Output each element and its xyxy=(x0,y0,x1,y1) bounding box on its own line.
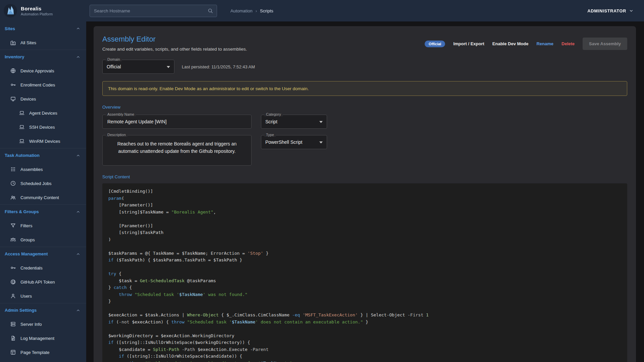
sidebar-item-community-content[interactable]: Community Content xyxy=(0,190,86,204)
readonly-warning-banner: This domain is read-only. Enable Dev Mod… xyxy=(102,81,627,96)
code-line: param( xyxy=(108,195,621,202)
sidebar-item-page-template[interactable]: Page Template xyxy=(0,345,86,359)
sidebar-section-inventory[interactable]: Inventory xyxy=(0,50,86,64)
code-line: [string]$TaskPath xyxy=(108,229,621,236)
type-select-value: PowerShell Script xyxy=(265,139,319,145)
domain-select[interactable]: Domain Official xyxy=(102,60,174,74)
code-line: if ([string]::IsNullOrWhiteSpace($candid… xyxy=(108,353,621,360)
enable-dev-mode-button[interactable]: Enable Dev Mode xyxy=(492,41,529,46)
sidebar-item-github-api-token[interactable]: GitHub API Token xyxy=(0,275,86,289)
script-editor[interactable]: [CmdletBinding()]param( [Parameter()] [s… xyxy=(102,183,627,362)
person-icon xyxy=(10,293,16,299)
brand-subtitle: Automation Platform xyxy=(21,12,53,16)
sidebar-item-devices[interactable]: Devices xyxy=(0,92,86,106)
description-text: Reaches out to the remote Borealis agent… xyxy=(111,140,243,155)
hostname-searchbox[interactable] xyxy=(90,5,217,17)
sidebar-item-label: Devices xyxy=(20,97,36,102)
description-field[interactable]: Description Reaches out to the remote Bo… xyxy=(102,135,252,166)
breadcrumb-item-automation[interactable]: Automation xyxy=(230,8,253,13)
clock-icon xyxy=(10,180,16,186)
sidebar-section-label: Access Management xyxy=(5,251,48,256)
user-menu[interactable]: ADMINISTRATOR xyxy=(587,8,634,13)
code-line: $execAction = $task.Actions | Where-Obje… xyxy=(108,312,621,319)
brand-name: Borealis xyxy=(21,6,53,11)
sidebar-item-groups[interactable]: Groups xyxy=(0,233,86,247)
code-line: if ([string]::IsNullOrWhiteSpace($workin… xyxy=(108,339,621,346)
chevron-up-icon xyxy=(75,26,81,31)
sidebar-section-access-management[interactable]: Access Management xyxy=(0,247,86,261)
sidebar-item-label: GitHub API Token xyxy=(20,280,55,285)
script-content-label: Script Content xyxy=(102,174,627,179)
code-line: ) xyxy=(108,236,621,243)
sidebar-section-label: Admin Settings xyxy=(5,308,37,313)
sidebar-section-sites[interactable]: Sites xyxy=(0,21,86,36)
main-content: Assembly Editor Create and edit variable… xyxy=(86,21,644,362)
type-select[interactable]: Type PowerShell Script xyxy=(261,135,327,149)
sidebar-item-ssh-devices[interactable]: SSH Devices xyxy=(0,120,86,134)
sidebar-item-assemblies[interactable]: Assemblies xyxy=(0,162,86,176)
code-line: throw "Scheduled task '$TaskName' was no… xyxy=(108,291,621,298)
page-subtitle: Create and edit variables, scripts, and … xyxy=(102,47,247,52)
code-line: } catch { xyxy=(108,284,621,291)
search-icon xyxy=(207,8,213,14)
code-line xyxy=(108,216,621,223)
sidebar-section-task-automation[interactable]: Task Automation xyxy=(0,148,86,162)
sidebar-item-log-management[interactable]: Log Management xyxy=(0,331,86,345)
sidebar-item-winrm-devices[interactable]: WinRM Devices xyxy=(0,134,86,148)
laptop-icon xyxy=(19,110,25,116)
brand[interactable]: Borealis Automation Platform xyxy=(0,4,86,18)
category-select-value: Script xyxy=(265,119,319,124)
key-icon xyxy=(10,265,16,271)
category-select[interactable]: Category Script xyxy=(261,115,327,129)
assembly-name-input[interactable] xyxy=(107,119,247,125)
code-line xyxy=(108,243,621,250)
laptop-icon xyxy=(19,138,25,144)
sidebar-item-label: Enrollment Codes xyxy=(20,82,55,87)
devices-icon xyxy=(10,96,16,102)
sidebar-item-filters[interactable]: Filters xyxy=(0,219,86,233)
type-select-label: Type xyxy=(264,133,276,137)
sidebar-item-label: Community Content xyxy=(20,195,59,200)
sidebar-item-label: Server Info xyxy=(20,322,42,327)
sidebar-item-label: Groups xyxy=(20,237,35,242)
sidebar-item-label: Device Approvals xyxy=(20,68,54,73)
last-persisted-text: Last persisted: 11/1/2025, 7:52:43 AM xyxy=(182,64,255,69)
sidebar-item-server-info[interactable]: Server Info xyxy=(0,317,86,331)
sidebar-item-users[interactable]: Users xyxy=(0,289,86,303)
code-line xyxy=(108,264,621,271)
sidebar-section-label: Task Automation xyxy=(5,153,40,158)
sidebar-item-enrollment-codes[interactable]: Enrollment Codes xyxy=(0,78,86,92)
sidebar-section-filters-groups[interactable]: Filters & Groups xyxy=(0,204,86,219)
server-icon xyxy=(10,321,16,327)
sidebar-item-credentials[interactable]: Credentials xyxy=(0,261,86,275)
rename-button[interactable]: Rename xyxy=(536,41,553,46)
description-label: Description xyxy=(106,133,127,137)
sidebar-item-label: Scheduled Jobs xyxy=(20,181,52,186)
code-line: try { xyxy=(108,270,621,278)
code-line: [Parameter()] xyxy=(108,202,621,209)
funnel-icon xyxy=(10,223,16,229)
domain-select-value: Official xyxy=(107,64,167,69)
sidebar-item-label: Filters xyxy=(20,223,32,228)
sidebar-section-admin-settings[interactable]: Admin Settings xyxy=(0,303,86,317)
sidebar-item-all-sites[interactable]: All Sites xyxy=(0,36,86,50)
log-icon xyxy=(10,335,16,341)
delete-button[interactable]: Delete xyxy=(561,41,575,46)
sidebar-item-agent-devices[interactable]: Agent Devices xyxy=(0,106,86,120)
code-line: if ($TaskPath) { $taskParams.TaskPath = … xyxy=(108,257,621,264)
laptop-icon xyxy=(19,124,25,130)
sidebar-item-device-approvals[interactable]: Device Approvals xyxy=(0,64,86,78)
assembly-name-field[interactable]: Assembly Name xyxy=(102,115,252,129)
import-export-button[interactable]: Import / Export xyxy=(453,41,484,46)
readonly-warning-text: This domain is read-only. Enable Dev Mod… xyxy=(108,86,309,91)
sidebar-item-label: WinRM Devices xyxy=(29,139,60,144)
assembly-editor-panel: Assembly Editor Create and edit variable… xyxy=(94,26,636,362)
domain-select-label: Domain xyxy=(106,57,122,61)
code-line xyxy=(108,325,621,333)
sidebar-item-label: Users xyxy=(20,294,32,299)
search-input[interactable] xyxy=(90,8,207,13)
code-line: $taskParams = @{ TaskName = $TaskName; E… xyxy=(108,250,621,257)
chevron-down-icon xyxy=(167,66,170,70)
sidebar-item-scheduled-jobs[interactable]: Scheduled Jobs xyxy=(0,176,86,190)
code-line xyxy=(108,305,621,312)
